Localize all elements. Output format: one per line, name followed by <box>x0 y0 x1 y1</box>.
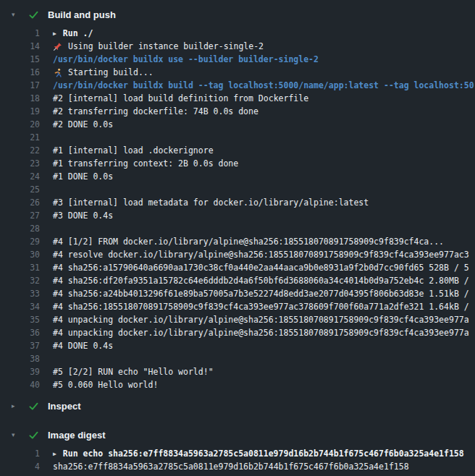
line-number[interactable]: 33 <box>0 289 40 299</box>
line-number[interactable]: 25 <box>0 184 40 195</box>
line-number[interactable]: 29 <box>0 237 40 247</box>
chevron-right-icon: ▸ <box>12 401 20 410</box>
log-line: 24 #1 DONE 0.0s <box>0 170 475 183</box>
line-text: Run ./ <box>63 28 93 38</box>
line-text: #2 [internal] load build definition from… <box>53 93 308 103</box>
section-header-inspect[interactable]: ▸ Inspect <box>0 396 475 416</box>
log-line: 34 #4 sha256:185518070891758909c9f839cf4… <box>0 300 475 313</box>
log-section: ▾ Build and push 1 ▶Run ./ 14 Using buil… <box>0 4 475 396</box>
log-section: ▾ Image digest 1 ▶Run echo sha256:e7ff88… <box>0 425 475 476</box>
line-content: #2 [internal] load build definition from… <box>40 93 308 103</box>
line-text: Starting build... <box>68 67 154 77</box>
line-number[interactable]: 4 <box>0 462 40 472</box>
line-number[interactable]: 24 <box>0 171 40 182</box>
line-number[interactable]: 16 <box>0 67 40 77</box>
run-arrow-icon[interactable]: ▶ <box>53 30 56 37</box>
line-number[interactable]: 15 <box>0 54 40 64</box>
line-number[interactable]: 38 <box>0 354 40 364</box>
line-number[interactable]: 20 <box>0 119 40 129</box>
line-content: #3 [internal] load metadata for docker.i… <box>40 197 369 208</box>
line-content: #1 transferring context: 2B 0.0s done <box>40 158 238 169</box>
log-line: 25 <box>0 183 475 196</box>
line-content: #4 resolve docker.io/library/alpine@sha2… <box>40 250 469 260</box>
line-number[interactable]: 27 <box>0 211 40 221</box>
line-number[interactable]: 26 <box>0 197 40 208</box>
line-number[interactable]: 40 <box>0 380 40 390</box>
line-text: #4 sha256:df20fa9351a15782c64e6dddb2d4a6… <box>53 276 469 286</box>
line-content: #4 DONE 0.4s <box>40 341 113 351</box>
line-content: #4 sha256:a24bb4013296f61e89ba57005a7b3e… <box>40 289 469 299</box>
log-line: 21 <box>0 131 475 144</box>
line-number[interactable]: 17 <box>0 80 40 90</box>
section-lines: 1 ▶Run ./ 14 Using builder instance buil… <box>0 25 475 396</box>
line-number[interactable]: 37 <box>0 341 40 351</box>
line-content: #3 DONE 0.4s <box>40 211 113 221</box>
line-content: #1 DONE 0.0s <box>40 171 113 182</box>
line-number[interactable]: 1 <box>0 449 40 459</box>
line-number[interactable]: 28 <box>0 224 40 234</box>
log-line: 26 #3 [internal] load metadata for docke… <box>0 196 475 209</box>
line-number[interactable]: 39 <box>0 367 40 377</box>
log-line: 1 ▶Run ./ <box>0 27 475 40</box>
line-text: /usr/bin/docker buildx build --tag local… <box>53 80 474 90</box>
log-line: 37 #4 DONE 0.4s <box>0 339 475 352</box>
line-number[interactable]: 34 <box>0 302 40 312</box>
line-content: /usr/bin/docker buildx build --tag local… <box>40 80 474 90</box>
line-text: #5 0.060 Hello world! <box>53 380 158 390</box>
line-content: #4 [1/2] FROM docker.io/library/alpine@s… <box>40 237 444 247</box>
log-line: 28 <box>0 222 475 235</box>
log-line: 39 #5 [2/2] RUN echo "Hello world!" <box>0 365 475 378</box>
section-title: Inspect <box>48 401 81 412</box>
line-text: #4 unpacking docker.io/library/alpine@sh… <box>53 315 469 325</box>
section-header-image-digest[interactable]: ▾ Image digest <box>0 425 475 445</box>
chevron-down-icon: ▾ <box>12 430 20 439</box>
log-line: 22 #1 [internal] load .dockerignore <box>0 144 475 157</box>
log-line: 29 #4 [1/2] FROM docker.io/library/alpin… <box>0 235 475 248</box>
section-header-build-and-push[interactable]: ▾ Build and push <box>0 4 475 25</box>
line-number[interactable]: 32 <box>0 276 40 286</box>
section-lines: 1 ▶Run echo sha256:e7ff8834a5963a2785c5a… <box>0 445 475 476</box>
log-line: 31 #4 sha256:a15790640a6690aa1730c38cf0a… <box>0 261 475 274</box>
line-number[interactable]: 21 <box>0 132 40 143</box>
log-line: 20 #2 DONE 0.0s <box>0 118 475 131</box>
line-text: #4 [1/2] FROM docker.io/library/alpine@s… <box>53 237 444 247</box>
log-line: 40 #5 0.060 Hello world! <box>0 378 475 391</box>
line-number[interactable]: 1 <box>0 28 40 38</box>
line-content: #4 unpacking docker.io/library/alpine@sh… <box>40 315 469 325</box>
line-text: #4 sha256:a15790640a6690aa1730c38cf0a440… <box>53 263 469 273</box>
line-text: #4 DONE 0.4s <box>53 341 113 351</box>
log-line: 27 #3 DONE 0.4s <box>0 209 475 222</box>
check-icon <box>28 9 39 20</box>
line-content: sha256:e7ff8834a5963a2785c5a0811e979d16b… <box>40 462 409 472</box>
line-text: Run echo sha256:e7ff8834a5963a2785c5a081… <box>63 449 464 459</box>
line-content: #1 [internal] load .dockerignore <box>40 145 214 156</box>
line-number[interactable]: 19 <box>0 106 40 116</box>
run-arrow-icon[interactable]: ▶ <box>53 451 56 457</box>
line-number[interactable]: 22 <box>0 145 40 156</box>
line-text: #3 [internal] load metadata for docker.i… <box>53 197 369 208</box>
check-icon <box>28 429 39 441</box>
line-number[interactable]: 18 <box>0 93 40 103</box>
line-text: #4 sha256:a24bb4013296f61e89ba57005a7b3e… <box>53 289 469 299</box>
line-number[interactable]: 23 <box>0 158 40 169</box>
line-number[interactable]: 14 <box>0 41 40 51</box>
line-content: Using builder instance builder-single-2 <box>40 41 264 51</box>
line-content: Starting build... <box>40 67 154 77</box>
line-content: #4 sha256:df20fa9351a15782c64e6dddb2d4a6… <box>40 276 469 286</box>
log-line: 30 #4 resolve docker.io/library/alpine@s… <box>0 248 475 261</box>
log-line: 32 #4 sha256:df20fa9351a15782c64e6dddb2d… <box>0 274 475 287</box>
line-number[interactable]: 31 <box>0 263 40 273</box>
line-text: #1 [internal] load .dockerignore <box>53 145 214 156</box>
line-number[interactable]: 30 <box>0 250 40 260</box>
line-number[interactable]: 35 <box>0 315 40 325</box>
check-icon <box>28 400 39 412</box>
line-text: #1 DONE 0.0s <box>53 171 113 182</box>
log-line: 23 #1 transferring context: 2B 0.0s done <box>0 157 475 170</box>
line-number[interactable]: 36 <box>0 328 40 338</box>
log-line: 4 sha256:e7ff8834a5963a2785c5a0811e979d1… <box>0 460 475 473</box>
log-section: ▸ Inspect <box>0 396 475 416</box>
line-content: ▶Run ./ <box>40 28 93 38</box>
line-content: /usr/bin/docker buildx use --builder bui… <box>40 54 319 64</box>
log-line: 33 #4 sha256:a24bb4013296f61e89ba57005a7… <box>0 287 475 300</box>
line-content: #2 transferring dockerfile: 74B 0.0s don… <box>40 106 258 116</box>
